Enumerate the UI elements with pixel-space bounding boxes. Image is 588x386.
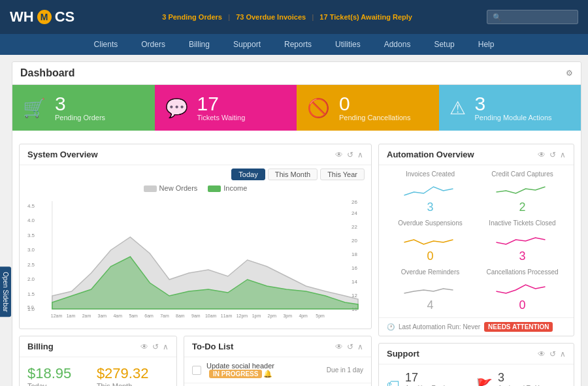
svg-text:26: 26 (351, 199, 357, 205)
support-collapse-icon[interactable]: ∧ (560, 349, 566, 359)
svg-text:4.0: 4.0 (27, 217, 35, 223)
todo-checkbox-0[interactable] (192, 366, 201, 375)
tickets-waiting-label: Tickets Waiting (197, 114, 246, 121)
auto-label-invoices: Invoices Created (387, 170, 474, 178)
sidebar-handle[interactable]: Open Sidebar (0, 266, 11, 317)
auto-label-tickets-closed: Inactive Tickets Closed (479, 219, 566, 227)
pending-orders-alert[interactable]: 3 Pending Orders (162, 13, 222, 21)
billing-icons: 👁 ↺ ∧ (140, 342, 169, 351)
auto-item-suspensions: Overdue Suspensions 0 (387, 219, 474, 263)
stat-card-pending-orders[interactable]: 🛒 3 Pending Orders (12, 85, 155, 131)
svg-text:1am: 1am (67, 314, 76, 318)
overdue-invoices-alert[interactable]: 73 Overdue Invoices (236, 13, 306, 21)
todo-title: To-Do List (192, 342, 233, 351)
auto-refresh-icon[interactable]: ↺ (549, 150, 556, 159)
svg-text:6am: 6am (144, 314, 154, 318)
module-actions-label: Pending Module Actions (475, 114, 552, 121)
auto-label-reminders: Overdue Reminders (387, 268, 474, 276)
support-eye-icon[interactable]: 👁 (538, 349, 546, 359)
nav-help[interactable]: Help (466, 34, 506, 55)
mini-chart-invoices (387, 179, 474, 199)
nav-support[interactable]: Support (221, 34, 272, 55)
tag-icon: 🏷 (387, 378, 400, 386)
mini-chart-reminders (387, 277, 474, 297)
svg-text:3.5: 3.5 (27, 233, 35, 238)
billing-grid: $18.95 Today $279.32 This Month $6,432.8… (20, 357, 176, 386)
left-column: System Overview 👁 ↺ ∧ Today This Month (19, 144, 372, 386)
mini-chart-suspensions (387, 228, 474, 248)
refresh-icon[interactable]: ↺ (347, 150, 353, 159)
svg-text:2.0: 2.0 (27, 276, 35, 282)
collapse-icon[interactable]: ∧ (357, 150, 363, 159)
billing-month: $279.32 This Month (97, 365, 169, 386)
stat-cards: 🛒 3 Pending Orders 💬 17 Tickets Waiting … (12, 85, 581, 131)
svg-text:12pm: 12pm (237, 314, 248, 319)
awaiting-reply-num: 17 (405, 371, 448, 385)
todo-collapse-icon[interactable]: ∧ (357, 342, 363, 351)
auto-num-cc: 2 (479, 201, 566, 214)
nav-billing[interactable]: Billing (177, 34, 221, 55)
todo-due-0: Due in 1 day (327, 366, 363, 374)
eye-icon[interactable]: 👁 (335, 150, 343, 159)
svg-text:8am: 8am (176, 314, 185, 318)
system-chart: 1.0 1.5 2.0 2.5 3.0 3.5 4.0 4.5 5.0 (26, 195, 365, 325)
dashboard-gear-icon[interactable]: ⚙ (566, 69, 573, 78)
support-icons: 👁 ↺ ∧ (538, 349, 566, 359)
dashboard-panel: Dashboard ⚙ 🛒 3 Pending Orders 💬 17 Tick (12, 61, 581, 386)
svg-text:10am: 10am (205, 314, 217, 318)
svg-text:3pm: 3pm (283, 314, 292, 319)
nav-clients[interactable]: Clients (82, 34, 130, 55)
billing-refresh-icon[interactable]: ↺ (152, 342, 159, 351)
auto-item-tickets-closed: Inactive Tickets Closed 3 (479, 219, 566, 263)
nav-reports[interactable]: Reports (272, 34, 323, 55)
stat-card-module-actions[interactable]: ⚠ 3 Pending Module Actions (439, 85, 581, 131)
todo-refresh-icon[interactable]: ↺ (347, 342, 353, 351)
billing-collapse-icon[interactable]: ∧ (163, 342, 169, 351)
todo-eye-icon[interactable]: 👁 (335, 342, 343, 351)
tickets-waiting-num: 17 (197, 94, 246, 114)
svg-text:3.0: 3.0 (27, 247, 35, 253)
auto-eye-icon[interactable]: 👁 (538, 150, 546, 159)
svg-text:20: 20 (351, 238, 357, 244)
tab-this-year[interactable]: This Year (320, 169, 365, 180)
tab-this-month[interactable]: This Month (268, 169, 318, 180)
clock-icon: 🕐 (387, 323, 395, 330)
support-title: Support (387, 349, 419, 359)
support-header: Support 👁 ↺ ∧ (379, 344, 574, 364)
mini-chart-cancellations (479, 277, 566, 297)
auto-label-cancellations: Cancellations Processed (479, 268, 566, 276)
badge-in-progress: IN PROGRESS (209, 370, 262, 378)
nav-addons[interactable]: Addons (372, 34, 423, 55)
awaiting-reply-alert[interactable]: 17 Ticket(s) Awaiting Reply (319, 13, 412, 21)
svg-text:3am: 3am (98, 314, 107, 318)
nav-utilities[interactable]: Utilities (323, 34, 372, 55)
automation-title: Automation Overview (387, 150, 474, 159)
svg-text:2am: 2am (82, 314, 91, 318)
assigned-to-you-stat: 🚩 3 Assigned To YouTickets (476, 371, 566, 386)
auto-item-cc: Credit Card Captures 2 (479, 170, 566, 214)
nav-setup[interactable]: Setup (422, 34, 466, 55)
mini-chart-tickets-closed (479, 228, 566, 248)
ban-icon: 🚫 (307, 97, 330, 119)
warning-icon: ⚠ (449, 97, 466, 119)
legend-new-orders: New Orders (144, 184, 198, 192)
support-stats: 🏷 17 Awaiting ReplyTickets 🚩 3 (379, 364, 574, 386)
stat-card-cancellations[interactable]: 🚫 0 Pending Cancellations (297, 85, 439, 131)
billing-eye-icon[interactable]: 👁 (140, 342, 148, 351)
module-actions-num: 3 (475, 94, 552, 114)
todo-text-0: Update social header IN PROGRESS🔔 (206, 362, 321, 378)
auto-num-cancellations: 0 (479, 298, 566, 312)
search-input[interactable] (487, 10, 578, 24)
system-overview-title: System Overview (27, 150, 98, 159)
auto-collapse-icon[interactable]: ∧ (560, 150, 566, 159)
nav-orders[interactable]: Orders (129, 34, 177, 55)
system-overview-icons: 👁 ↺ ∧ (335, 150, 363, 159)
support-refresh-icon[interactable]: ↺ (549, 349, 556, 359)
billing-today: $18.95 Today (27, 365, 91, 386)
stat-card-tickets-waiting[interactable]: 💬 17 Tickets Waiting (155, 85, 297, 131)
logo: WHMCS (10, 8, 74, 25)
auto-num-invoices: 3 (387, 201, 474, 214)
tab-today[interactable]: Today (231, 169, 265, 180)
topbar: WHMCS 3 Pending Orders | 73 Overdue Invo… (0, 0, 588, 34)
list-item: Migrate customer domain NEW🔔 Due 1 week … (184, 383, 371, 386)
